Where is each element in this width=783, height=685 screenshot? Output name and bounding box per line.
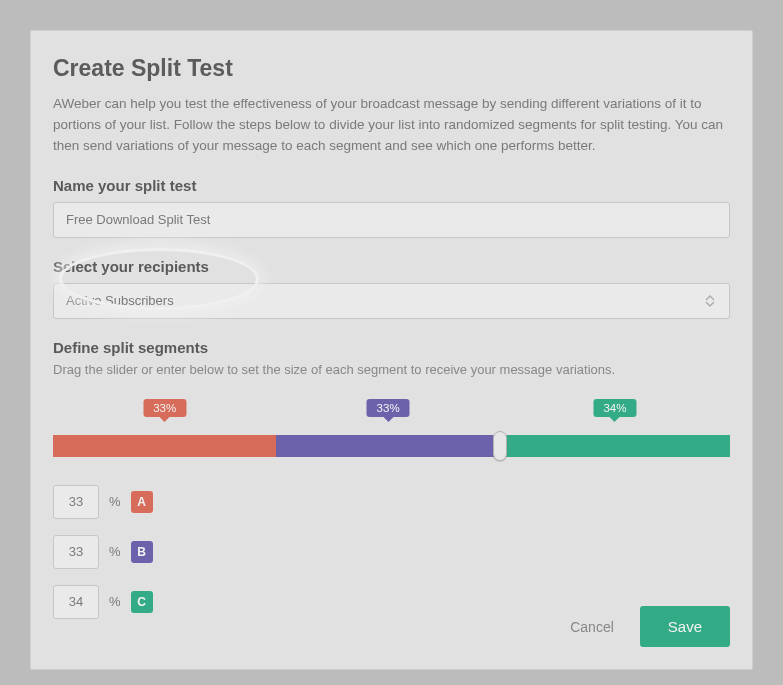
slider-bar bbox=[53, 435, 730, 457]
segment-input-b[interactable] bbox=[53, 535, 99, 569]
split-test-name-input[interactable] bbox=[53, 202, 730, 238]
percent-label: % bbox=[109, 544, 121, 559]
tooltip-b: 33% bbox=[377, 402, 400, 414]
segment-badge-a: A bbox=[131, 491, 153, 513]
segment-badge-c: C bbox=[131, 591, 153, 613]
segment-bar-b bbox=[276, 435, 499, 457]
slider-handle[interactable] bbox=[493, 431, 507, 461]
cancel-button[interactable]: Cancel bbox=[570, 619, 614, 635]
footer-actions: Cancel Save bbox=[570, 606, 730, 647]
page-title: Create Split Test bbox=[53, 55, 730, 82]
segment-input-c[interactable] bbox=[53, 585, 99, 619]
percent-label: % bbox=[109, 494, 121, 509]
percent-label: % bbox=[109, 594, 121, 609]
page-description: AWeber can help you test the effectivene… bbox=[53, 94, 730, 157]
segment-input-a[interactable] bbox=[53, 485, 99, 519]
recipients-select[interactable]: Active Subscribers bbox=[53, 283, 730, 319]
create-split-test-panel: Create Split Test AWeber can help you te… bbox=[30, 30, 753, 670]
slider-tooltips: 33% 33% 34% bbox=[53, 399, 730, 427]
segments-label: Define split segments bbox=[53, 339, 730, 356]
recipients-selected-value: Active Subscribers bbox=[66, 293, 174, 308]
tooltip-c: 34% bbox=[603, 402, 626, 414]
segment-badge-b: B bbox=[131, 541, 153, 563]
tooltip-a: 33% bbox=[153, 402, 176, 414]
split-slider[interactable]: 33% 33% 34% bbox=[53, 399, 730, 457]
recipients-label: Select your recipients bbox=[53, 258, 730, 275]
segment-bar-a bbox=[53, 435, 276, 457]
segment-row-a: % A bbox=[53, 485, 730, 519]
segment-bar-c bbox=[500, 435, 730, 457]
name-label: Name your split test bbox=[53, 177, 730, 194]
segment-row-b: % B bbox=[53, 535, 730, 569]
save-button[interactable]: Save bbox=[640, 606, 730, 647]
segments-helper: Drag the slider or enter below to set th… bbox=[53, 362, 730, 377]
updown-icon bbox=[703, 292, 717, 310]
